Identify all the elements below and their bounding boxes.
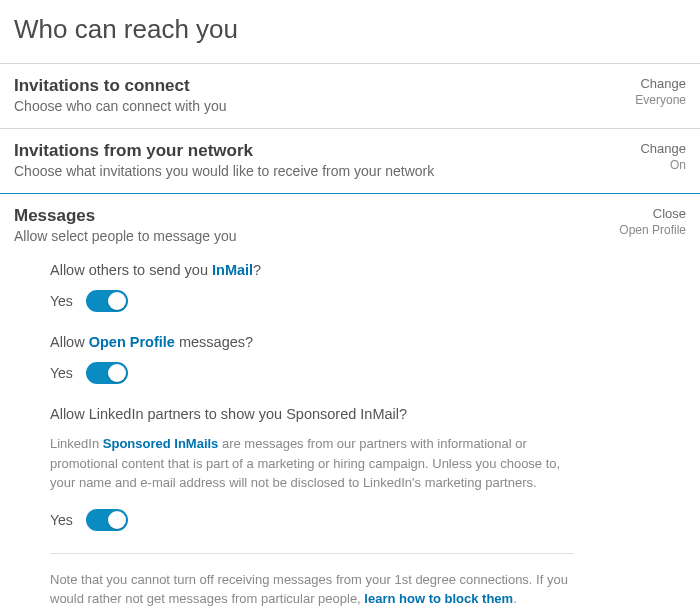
q2-suffix: messages? bbox=[175, 334, 253, 350]
section-header: Messages Allow select people to message … bbox=[14, 206, 686, 244]
open-profile-link[interactable]: Open Profile bbox=[89, 334, 175, 350]
info-sponsored-inmail: LinkedIn Sponsored InMails are messages … bbox=[50, 434, 574, 493]
change-link-invitations[interactable]: Change bbox=[635, 76, 686, 91]
toggle-label-inmail: Yes bbox=[50, 293, 76, 309]
section-title-messages: Messages bbox=[14, 206, 619, 226]
info-prefix: LinkedIn bbox=[50, 436, 103, 451]
status-network: On bbox=[640, 158, 686, 172]
toggle-inmail[interactable] bbox=[86, 290, 128, 312]
section-left: Invitations from your network Choose wha… bbox=[14, 141, 640, 179]
q2-prefix: Allow bbox=[50, 334, 89, 350]
question-sponsored-inmail: Allow LinkedIn partners to show you Spon… bbox=[50, 406, 574, 422]
page-title: Who can reach you bbox=[0, 0, 700, 63]
section-title-invitations: Invitations to connect bbox=[14, 76, 635, 96]
learn-block-link[interactable]: learn how to block them bbox=[364, 591, 513, 606]
question-inmail: Allow others to send you InMail? bbox=[50, 262, 574, 278]
section-right: Close Open Profile bbox=[619, 206, 686, 237]
section-desc-messages: Allow select people to message you bbox=[14, 228, 619, 244]
section-right: Change On bbox=[640, 141, 686, 172]
toggle-knob bbox=[108, 364, 126, 382]
close-link-messages[interactable]: Close bbox=[619, 206, 686, 221]
toggle-knob bbox=[108, 511, 126, 529]
toggle-label-sponsored: Yes bbox=[50, 512, 76, 528]
toggle-row-sponsored: Yes bbox=[50, 509, 574, 531]
section-network: Invitations from your network Choose wha… bbox=[0, 128, 700, 193]
toggle-open-profile[interactable] bbox=[86, 362, 128, 384]
sponsored-inmails-link[interactable]: Sponsored InMails bbox=[103, 436, 219, 451]
toggle-row-inmail: Yes bbox=[50, 290, 574, 312]
section-header: Invitations from your network Choose wha… bbox=[14, 141, 686, 179]
section-invitations: Invitations to connect Choose who can co… bbox=[0, 63, 700, 128]
section-body-messages: Allow others to send you InMail? Yes All… bbox=[14, 244, 574, 609]
divider bbox=[50, 553, 574, 554]
section-left: Invitations to connect Choose who can co… bbox=[14, 76, 635, 114]
q1-suffix: ? bbox=[253, 262, 261, 278]
status-invitations: Everyone bbox=[635, 93, 686, 107]
section-desc-network: Choose what invitations you would like t… bbox=[14, 163, 640, 179]
toggle-sponsored[interactable] bbox=[86, 509, 128, 531]
section-header: Invitations to connect Choose who can co… bbox=[14, 76, 686, 114]
section-messages: Messages Allow select people to message … bbox=[0, 193, 700, 611]
section-title-network: Invitations from your network bbox=[14, 141, 640, 161]
toggle-row-open-profile: Yes bbox=[50, 362, 574, 384]
question-open-profile: Allow Open Profile messages? bbox=[50, 334, 574, 350]
status-messages: Open Profile bbox=[619, 223, 686, 237]
inmail-link[interactable]: InMail bbox=[212, 262, 253, 278]
toggle-label-open-profile: Yes bbox=[50, 365, 76, 381]
change-link-network[interactable]: Change bbox=[640, 141, 686, 156]
toggle-knob bbox=[108, 292, 126, 310]
section-desc-invitations: Choose who can connect with you bbox=[14, 98, 635, 114]
q1-prefix: Allow others to send you bbox=[50, 262, 212, 278]
section-left: Messages Allow select people to message … bbox=[14, 206, 619, 244]
note-block: Note that you cannot turn off receiving … bbox=[50, 570, 574, 609]
section-right: Change Everyone bbox=[635, 76, 686, 107]
note-suffix: . bbox=[513, 591, 517, 606]
